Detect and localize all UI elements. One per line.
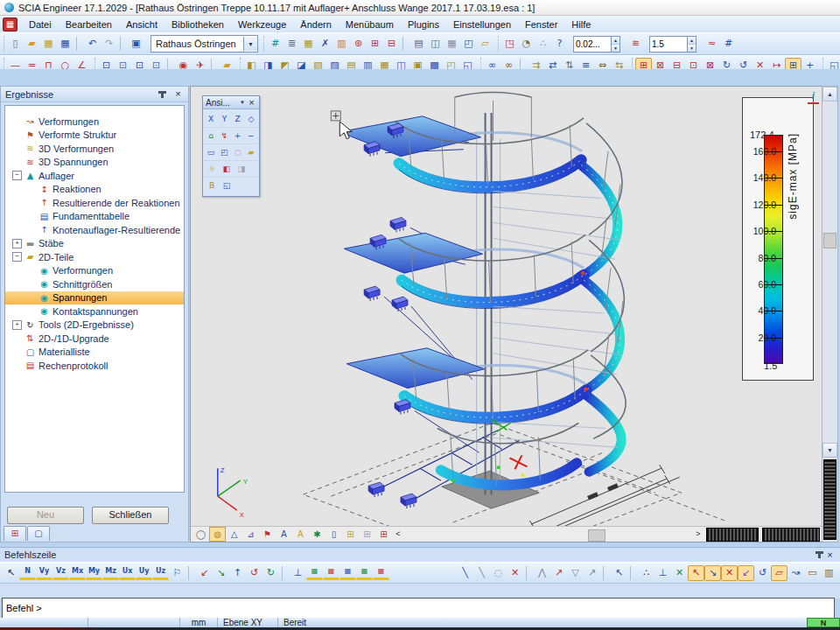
expand-toggle-icon[interactable]: + [12, 239, 22, 248]
command-line[interactable] [2, 598, 835, 619]
flag-results-icon[interactable]: ⚑ [259, 527, 276, 542]
axes-display-icon[interactable]: ✱ [309, 527, 326, 542]
node-arrow-icon[interactable]: ↑ [229, 565, 246, 581]
menu-item[interactable]: Ändern [293, 18, 338, 31]
open-project-icon[interactable]: ▰ [24, 36, 40, 52]
result-band-mx-icon[interactable]: ▦ [356, 565, 373, 580]
project-combobox[interactable]: Rathaus Östringen ▼ [150, 35, 258, 52]
tree-item[interactable]: − ▲ Auflager [5, 169, 184, 183]
document-zoom-icon[interactable]: ◔ [518, 36, 535, 52]
table-gallery-icon[interactable]: ⊟ [383, 36, 400, 52]
menu-item[interactable]: Plugins [401, 18, 446, 31]
document-edit-icon[interactable]: ▱ [477, 36, 494, 52]
tangent-tool-icon[interactable]: ↗ [550, 565, 567, 581]
wireframe-view-icon[interactable]: ◯ [192, 527, 209, 542]
mesh-grid-icon[interactable]: ⊞ [375, 527, 392, 542]
member-info-icon[interactable]: ? [551, 36, 568, 52]
viewport-canvas[interactable]: Z Y X [191, 87, 822, 526]
menu-item[interactable]: Hilfe [564, 18, 598, 31]
line-grid-snap-icon[interactable]: ⊥ [654, 565, 671, 581]
result-vz-icon[interactable]: Vz [52, 565, 69, 580]
new-button[interactable]: Neu [7, 507, 84, 524]
tree-item[interactable]: + ↻ Tools (2D-Ergebnisse) [5, 318, 184, 332]
snap-circle-icon[interactable]: ◌ [490, 565, 507, 581]
result-ux-icon[interactable]: Ux [119, 565, 136, 580]
walk-view-icon[interactable]: ↯ [218, 130, 230, 143]
view-y-icon[interactable]: Y [218, 113, 230, 126]
application-icon[interactable]: ▦ [3, 18, 18, 32]
undo-icon[interactable]: ↶ [84, 36, 101, 52]
spinner-down-icon[interactable]: ▼ [612, 44, 620, 52]
deformation-scale-input[interactable] [574, 37, 611, 52]
status-units[interactable]: mm [179, 618, 217, 627]
pin-icon[interactable] [818, 551, 821, 558]
results-panel-header[interactable]: Ergebnisse × [1, 87, 188, 102]
panel-tab-window-icon[interactable]: ▢ [27, 526, 50, 541]
command-panel-header[interactable]: Befehlszeile × [0, 548, 840, 562]
spinner-up-icon[interactable]: ▲ [612, 37, 620, 44]
result-curve-icon[interactable]: ≈ [704, 36, 720, 52]
result-scale-input[interactable] [650, 37, 687, 52]
result-band-v-icon[interactable]: ▦ [323, 565, 340, 580]
arc-snap-icon[interactable]: ↺ [754, 565, 771, 581]
view-axo-icon[interactable]: ◇ [245, 113, 257, 126]
labels-abc-icon[interactable]: A [276, 527, 292, 542]
bim-toolbox-icon[interactable]: # [267, 36, 284, 52]
picture-gallery-icon[interactable]: ⊞ [367, 36, 383, 52]
rotate-minus-icon[interactable]: ↺ [246, 565, 262, 581]
rotate-plus-icon[interactable]: ↻ [262, 565, 279, 581]
settings-chip-icon[interactable]: ▦ [300, 36, 317, 52]
close-icon[interactable]: × [172, 88, 184, 100]
spinner-down-icon[interactable]: ▼ [688, 44, 696, 52]
expand-toggle-icon[interactable]: − [12, 252, 22, 262]
menu-item[interactable]: Ansicht [119, 18, 164, 31]
close-icon[interactable]: × [824, 550, 836, 561]
new-project-icon[interactable]: ▯ [7, 36, 24, 52]
result-my-icon[interactable]: My [86, 565, 102, 580]
deformation-scale-icon[interactable]: ≋ [627, 36, 644, 52]
title-bar[interactable]: SCIA Engineer 17.1.2029 - [Rathaus Östri… [0, 0, 840, 16]
redo-icon[interactable]: ↷ [101, 36, 117, 52]
surface-view-icon[interactable]: ⊿ [242, 527, 259, 542]
menu-item[interactable]: Einstellungen [446, 18, 518, 31]
view-flags-icon[interactable]: ◱ [220, 179, 234, 192]
tree-item[interactable]: ▤ Fundamenttabelle [5, 210, 184, 224]
intersection-snap-icon[interactable]: ↘ [704, 565, 721, 581]
measure-tool-icon[interactable]: ↗ [584, 565, 600, 581]
light-icon[interactable]: ☼ [205, 163, 219, 176]
menu-item[interactable]: Bibliotheken [164, 18, 231, 31]
spinner-up-icon[interactable]: ▲ [688, 37, 696, 44]
zoom-all-icon[interactable]: ◰ [218, 146, 230, 159]
viewport[interactable]: Z Y X Ansi... ▼ × [190, 86, 822, 542]
shading-icon[interactable]: △ [226, 527, 242, 542]
midpoint-snap-icon[interactable]: ✕ [671, 565, 688, 581]
coords-table-icon[interactable]: ▥ [821, 565, 837, 581]
view-palette[interactable]: Ansi... ▼ × XYZ◇ ⌂↯+− ▭◰◌▰ ☼◧◨ B◱ [202, 95, 260, 197]
clip-box-icon[interactable]: B [205, 179, 219, 192]
palette-dropdown-icon[interactable]: ▼ [240, 100, 245, 105]
menu-item[interactable]: Fenster [518, 18, 564, 31]
tree-item[interactable]: ↝ Verformungen [5, 115, 184, 129]
save-icon[interactable]: ▦ [57, 36, 74, 52]
scroll-left-icon[interactable]: < [392, 528, 404, 541]
labels-abc2-icon[interactable]: A [292, 527, 309, 542]
result-band-m-icon[interactable]: ▦ [340, 565, 356, 580]
tree-item[interactable]: ⚑ Verformte Struktur [5, 129, 184, 143]
horizontal-scroll-thumb[interactable] [588, 529, 606, 542]
dot-grid-snap-icon[interactable]: ∴ [638, 565, 654, 581]
tree-item[interactable]: + ▬ Stäbe [5, 237, 184, 251]
view-params-icon[interactable]: ▰ [245, 146, 257, 159]
mesh-sphere-icon[interactable]: ⊛ [350, 36, 367, 52]
scroll-right-icon[interactable]: > [692, 528, 704, 541]
result-uz-icon[interactable]: Uz [152, 565, 169, 580]
layers-off-icon[interactable]: ⊞ [359, 527, 375, 542]
scroll-up-icon[interactable]: ▲ [822, 87, 837, 102]
vertical-scroll-thumb[interactable] [823, 233, 836, 248]
window-layout-icon[interactable]: ▣ [128, 36, 144, 52]
view-z-icon[interactable]: Z [232, 113, 244, 126]
print-preview-icon[interactable]: ◫ [427, 36, 444, 52]
result-vy-icon[interactable]: Vy [36, 565, 52, 580]
endpoint-snap-icon[interactable]: ↖ [688, 565, 704, 581]
tree-item[interactable]: ▤ Rechenprotokoll [5, 359, 184, 373]
tree-item[interactable]: − ▰ 2D-Teile [5, 250, 184, 264]
